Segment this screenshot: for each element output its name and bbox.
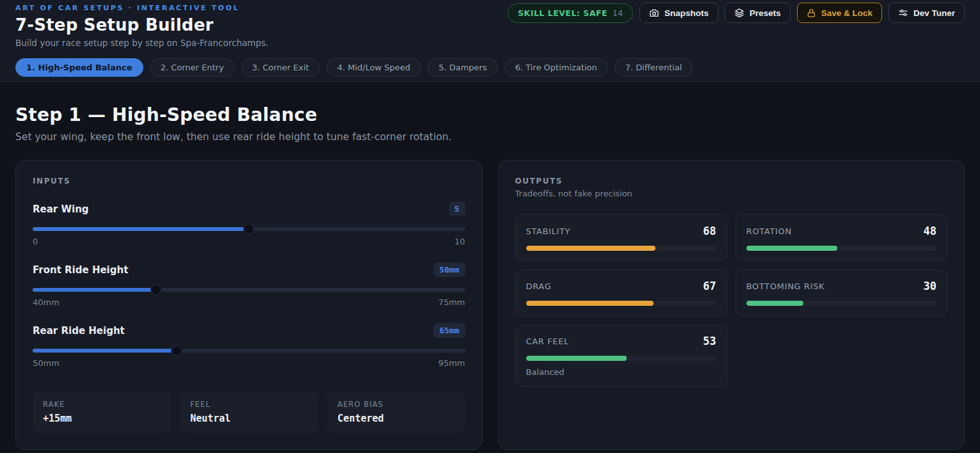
bottoming-risk-metric: BOTTOMING RISK 30	[735, 269, 947, 316]
bottoming-risk-bar	[746, 301, 936, 306]
rear-wing-slider-fill	[33, 227, 249, 231]
save-lock-button[interactable]: Save & Lock	[797, 3, 882, 23]
layers-icon	[734, 8, 744, 18]
derived-stats: RAKE +15mm FEEL Neutral AERO BIAS Center…	[33, 391, 465, 433]
rear-wing-slider[interactable]	[33, 227, 465, 231]
snapshots-label: Snapshots	[664, 8, 709, 18]
inputs-section-label: INPUTS	[33, 177, 465, 186]
stability-bar	[526, 246, 716, 251]
skill-level-count: 14	[613, 8, 623, 18]
rear-ride-height-slider-thumb[interactable]	[171, 345, 182, 356]
rear-wing-min-label: 0	[33, 237, 38, 246]
rake-label: RAKE	[43, 400, 160, 409]
tab-step-7[interactable]: 7. Differential	[615, 58, 693, 77]
presets-label: Presets	[750, 8, 781, 18]
stability-label: STABILITY	[526, 226, 571, 236]
car-feel-note: Balanced	[526, 367, 716, 377]
feel-value: Neutral	[190, 413, 307, 424]
front-ride-height-slider-fill	[33, 288, 156, 292]
feel-label: FEEL	[190, 400, 307, 409]
drag-value: 67	[703, 280, 716, 292]
slider-row-rear-wing: Rear Wing 5 0 10	[33, 202, 465, 246]
car-feel-metric: CAR FEEL 53 Balanced	[515, 324, 727, 387]
car-feel-bar-fill	[526, 356, 627, 361]
step-title: Step 1 — High-Speed Balance	[15, 104, 965, 125]
step-tabs: 1. High-Speed Balance 2. Corner Entry 3.…	[15, 58, 965, 77]
bottoming-risk-bar-fill	[746, 301, 803, 306]
rear-wing-value-badge: 5	[449, 202, 465, 216]
tab-step-3[interactable]: 3. Corner Exit	[241, 58, 320, 77]
slider-row-rear-ride-height: Rear Ride Height 65mm 50mm 95mm	[33, 323, 465, 368]
lock-icon	[807, 8, 816, 18]
outputs-section-subtitle: Tradeoffs, not fake precision	[515, 189, 948, 198]
metrics-grid: STABILITY 68 ROTATION 48	[515, 214, 948, 387]
rake-value: +15mm	[43, 413, 160, 424]
bottoming-risk-value: 30	[924, 280, 936, 292]
tab-step-5[interactable]: 5. Dampers	[428, 58, 498, 77]
rear-ride-height-label: Rear Ride Height	[33, 325, 125, 337]
rear-ride-height-slider-fill	[33, 349, 177, 353]
skill-level-label: SKILL LEVEL: SAFE	[518, 8, 607, 18]
bottoming-risk-label: BOTTOMING RISK	[746, 282, 825, 291]
camera-icon	[649, 8, 659, 18]
tab-step-6[interactable]: 6. Tire Optimization	[504, 58, 608, 77]
presets-button[interactable]: Presets	[725, 3, 791, 23]
main-content: Step 1 — High-Speed Balance Set your win…	[0, 82, 980, 450]
header-actions: SKILL LEVEL: SAFE 14 Snapshots Presets S…	[508, 3, 965, 23]
front-ride-height-min-label: 40mm	[33, 298, 60, 307]
drag-metric: DRAG 67	[515, 269, 727, 316]
rotation-metric: ROTATION 48	[735, 214, 947, 261]
slider-row-front-ride-height: Front Ride Height 50mm 40mm 75mm	[33, 262, 465, 307]
snapshots-button[interactable]: Snapshots	[639, 3, 718, 23]
app-subtitle: Build your race setup step by step on Sp…	[15, 38, 965, 48]
car-feel-label: CAR FEEL	[526, 337, 569, 346]
front-ride-height-value-badge: 50mm	[433, 262, 465, 277]
dev-tuner-label: Dev Tuner	[913, 8, 955, 18]
skill-level-badge: SKILL LEVEL: SAFE 14	[508, 3, 633, 23]
aero-bias-label: AERO BIAS	[337, 400, 454, 409]
stability-metric: STABILITY 68	[515, 214, 727, 261]
rotation-bar-fill	[746, 246, 838, 251]
rotation-bar	[746, 246, 936, 251]
dev-tuner-button[interactable]: Dev Tuner	[888, 3, 965, 23]
rear-ride-height-slider[interactable]	[33, 349, 465, 353]
sliders-icon	[898, 8, 908, 18]
rear-wing-label: Rear Wing	[33, 203, 89, 215]
car-feel-bar	[526, 356, 716, 361]
drag-bar-fill	[526, 301, 654, 306]
rear-ride-height-max-label: 95mm	[438, 358, 465, 368]
feel-stat: FEEL Neutral	[180, 391, 317, 433]
front-ride-height-label: Front Ride Height	[33, 264, 128, 276]
car-feel-value: 53	[703, 335, 716, 347]
rear-wing-max-label: 10	[454, 237, 465, 246]
aero-bias-value: Centered	[337, 413, 454, 424]
front-ride-height-slider[interactable]	[33, 288, 465, 292]
rotation-value: 48	[924, 225, 936, 237]
tab-step-4[interactable]: 4. Mid/Low Speed	[326, 58, 421, 77]
drag-bar	[526, 301, 716, 306]
cards-row: INPUTS Rear Wing 5 0 10 Fron	[15, 160, 965, 450]
rear-wing-slider-thumb[interactable]	[243, 223, 255, 235]
front-ride-height-max-label: 75mm	[438, 298, 465, 307]
aero-bias-stat: AERO BIAS Centered	[327, 391, 465, 433]
rear-ride-height-min-label: 50mm	[33, 358, 60, 368]
inputs-card: INPUTS Rear Wing 5 0 10 Fron	[15, 160, 483, 450]
save-lock-label: Save & Lock	[821, 8, 872, 18]
tab-step-1[interactable]: 1. High-Speed Balance	[15, 58, 143, 77]
step-description: Set your wing, keep the front low, then …	[15, 131, 965, 143]
rotation-label: ROTATION	[746, 226, 792, 236]
stability-value: 68	[703, 225, 716, 237]
outputs-section-label: OUTPUTS	[515, 177, 948, 186]
rear-ride-height-value-badge: 65mm	[433, 323, 465, 338]
app-header: ART OF CAR SETUPS · INTERACTIVE TOOL 7-S…	[0, 0, 980, 82]
front-ride-height-slider-thumb[interactable]	[150, 284, 162, 296]
stability-bar-fill	[526, 246, 655, 251]
tab-step-2[interactable]: 2. Corner Entry	[150, 58, 235, 77]
drag-label: DRAG	[526, 282, 552, 291]
outputs-card: OUTPUTS Tradeoffs, not fake precision ST…	[498, 160, 965, 450]
rake-stat: RAKE +15mm	[33, 391, 170, 433]
